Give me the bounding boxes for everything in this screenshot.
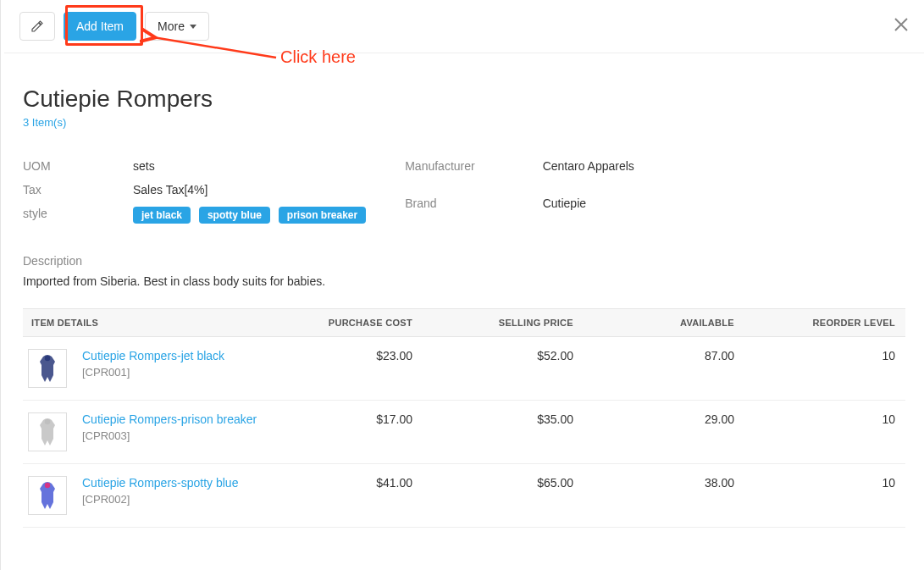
- cell-reorder: 10: [744, 401, 905, 464]
- meta-value-tags: jet black spotty blue prison breaker: [133, 202, 371, 229]
- item-sku: [CPR003]: [82, 429, 257, 442]
- cell-available: 38.00: [584, 464, 744, 528]
- cell-available: 87.00: [584, 337, 744, 401]
- more-label: More: [158, 19, 185, 33]
- col-details: ITEM DETAILS: [23, 309, 291, 337]
- style-tag[interactable]: jet black: [133, 207, 191, 224]
- cell-available: 29.00: [584, 401, 744, 464]
- cell-selling: $52.00: [423, 337, 584, 401]
- meta-label: Manufacturer: [405, 154, 542, 191]
- cell-purchase: $23.00: [291, 337, 423, 401]
- col-available: AVAILABLE: [584, 309, 744, 337]
- item-sku: [CPR001]: [82, 366, 224, 379]
- meta-value: sets: [133, 154, 371, 178]
- cell-reorder: 10: [744, 337, 905, 401]
- item-count-link[interactable]: 3 Item(s): [23, 116, 66, 129]
- cell-selling: $35.00: [423, 401, 584, 464]
- items-table: ITEM DETAILS PURCHASE COST SELLING PRICE…: [23, 308, 905, 528]
- meta-value: Sales Tax[4%]: [133, 178, 371, 202]
- toolbar: Add Item More: [4, 0, 924, 53]
- meta-label: Brand: [405, 191, 542, 229]
- item-thumbnail[interactable]: [28, 412, 67, 451]
- meta-left: UOM sets Tax Sales Tax[4%] style jet bla…: [23, 154, 371, 229]
- col-selling: SELLING PRICE: [423, 309, 584, 337]
- meta-value: Cutiepie: [543, 191, 712, 229]
- description-text: Imported from Siberia. Best in class bod…: [23, 274, 905, 288]
- item-name-link[interactable]: Cutiepie Rompers-prison breaker: [82, 412, 257, 426]
- table-row: Cutiepie Rompers-prison breaker[CPR003]$…: [23, 401, 905, 464]
- cell-reorder: 10: [744, 464, 905, 528]
- item-thumbnail[interactable]: [28, 476, 67, 515]
- content-area: Cutiepie Rompers 3 Item(s) UOM sets Tax …: [4, 53, 924, 528]
- add-item-button[interactable]: Add Item: [64, 12, 136, 41]
- item-thumbnail[interactable]: [28, 349, 67, 388]
- cell-purchase: $17.00: [291, 401, 423, 464]
- romper-icon: [35, 417, 60, 447]
- meta-value: Centaro Apparels: [543, 154, 712, 191]
- col-purchase: PURCHASE COST: [291, 309, 423, 337]
- romper-icon: [35, 480, 60, 511]
- meta-right: Manufacturer Centaro Apparels Brand Cuti…: [405, 154, 711, 229]
- close-icon: [894, 17, 909, 32]
- meta-label: style: [23, 202, 133, 229]
- table-row: Cutiepie Rompers-jet black[CPR001]$23.00…: [23, 337, 905, 401]
- table-row: Cutiepie Rompers-spotty blue[CPR002]$41.…: [23, 464, 905, 528]
- meta-label: UOM: [23, 154, 133, 178]
- item-sku: [CPR002]: [82, 493, 238, 506]
- romper-icon: [35, 353, 60, 384]
- cell-selling: $65.00: [423, 464, 584, 528]
- col-reorder: REORDER LEVEL: [744, 309, 905, 337]
- item-name-link[interactable]: Cutiepie Rompers-jet black: [82, 349, 224, 362]
- page-title: Cutiepie Rompers: [23, 86, 905, 113]
- close-button[interactable]: [894, 15, 909, 36]
- svg-point-2: [45, 419, 50, 424]
- chevron-down-icon: [190, 25, 196, 29]
- more-button[interactable]: More: [145, 12, 209, 41]
- description-label: Description: [23, 254, 905, 268]
- meta-section: UOM sets Tax Sales Tax[4%] style jet bla…: [23, 154, 905, 229]
- style-tag[interactable]: spotty blue: [199, 207, 270, 224]
- svg-point-3: [45, 483, 50, 488]
- cell-purchase: $41.00: [291, 464, 423, 528]
- meta-label: Tax: [23, 178, 133, 202]
- edit-button[interactable]: [19, 12, 55, 41]
- svg-point-1: [45, 356, 50, 361]
- pencil-icon: [30, 19, 44, 33]
- style-tag[interactable]: prison breaker: [279, 207, 366, 224]
- item-name-link[interactable]: Cutiepie Rompers-spotty blue: [82, 476, 238, 490]
